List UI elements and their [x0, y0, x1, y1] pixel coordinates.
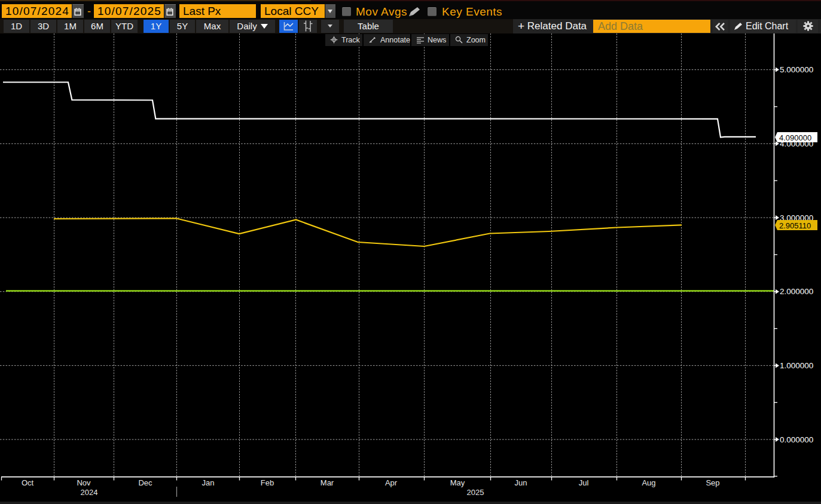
svg-text:Oct: Oct: [22, 478, 34, 487]
svg-text:Jan: Jan: [202, 478, 215, 487]
svg-text:Jun: Jun: [515, 478, 527, 487]
svg-text:Dec: Dec: [138, 478, 152, 487]
svg-text:2.000000: 2.000000: [780, 287, 813, 296]
svg-text:2024: 2024: [81, 488, 98, 497]
svg-text:Mar: Mar: [321, 478, 334, 487]
svg-text:Apr: Apr: [385, 478, 398, 487]
svg-text:Feb: Feb: [261, 478, 274, 487]
svg-text:4.090000: 4.090000: [779, 133, 811, 142]
svg-text:2.905110: 2.905110: [779, 221, 811, 230]
svg-text:May: May: [450, 478, 465, 487]
svg-text:2025: 2025: [467, 488, 484, 497]
svg-text:1.000000: 1.000000: [780, 361, 813, 370]
svg-text:Jul: Jul: [579, 478, 589, 487]
svg-text:5.000000: 5.000000: [780, 65, 813, 74]
svg-text:Aug: Aug: [642, 478, 655, 487]
svg-text:Nov: Nov: [77, 478, 91, 487]
svg-text:0.000000: 0.000000: [780, 435, 813, 444]
svg-text:Sep: Sep: [706, 478, 719, 487]
